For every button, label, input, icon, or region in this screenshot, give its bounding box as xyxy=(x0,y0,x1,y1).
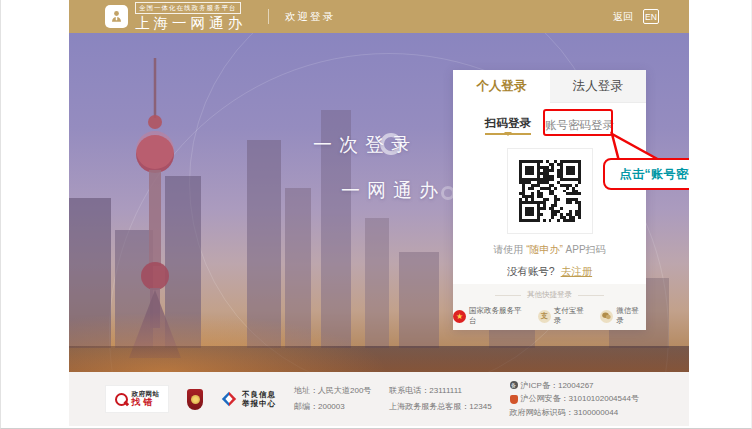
site-logo[interactable]: 全国一体化在线政务服务平台 上海一网通办 xyxy=(105,2,246,31)
hotline-text: 上海政务服务总客服：12345 xyxy=(389,402,491,412)
quick-login-national-platform[interactable]: ★ 国家政务服务平台 xyxy=(453,306,529,326)
report-diamond-icon xyxy=(221,391,237,407)
tab-corporate-login[interactable]: 法人登录 xyxy=(550,70,647,103)
annotation-callout-bubble: 点击“账号密码登入” xyxy=(603,158,689,190)
footer-license-col: 备 沪ICP备：12004267 沪公网安备：31010102004544号 政… xyxy=(510,381,639,418)
national-emblem-icon: ★ xyxy=(453,310,466,323)
address-text: 地址：人民大道200号 xyxy=(294,386,371,396)
warm-glow xyxy=(69,312,389,372)
site-content: 全国一体化在线政务服务平台 上海一网通办 欢迎登录 返回 EN xyxy=(69,0,689,429)
quick-login-alipay[interactable]: 支 支付宝登录 xyxy=(538,306,591,326)
icp-icon: 备 xyxy=(510,381,518,389)
quick-login-label: 微信登录 xyxy=(616,306,646,326)
qr-hint: 请使用 “随申办” APP扫码 xyxy=(453,243,646,257)
register-link[interactable]: 去注册 xyxy=(561,265,593,277)
footer-address-col: 地址：人民大道200号 邮编：200003 xyxy=(294,386,371,411)
magnifier-icon xyxy=(115,393,128,406)
quick-login-title: 其他快捷登录 xyxy=(453,290,646,300)
method-scan-login[interactable]: 扫码登录 xyxy=(485,116,531,135)
platform-badge: 全国一体化在线政务服务平台 xyxy=(135,2,241,14)
register-line: 没有账号? 去注册 xyxy=(453,265,646,279)
quick-login-section: 其他快捷登录 ★ 国家政务服务平台 支 支付宝登录 xyxy=(453,284,646,330)
login-panel: 个人登录 法人登录 扫码登录 账号密码登录 请使用 “随申办” APP扫码 没有… xyxy=(453,70,646,330)
find-error-line2: 找错 xyxy=(132,398,160,408)
tab-personal-login[interactable]: 个人登录 xyxy=(453,70,550,103)
method-password-login[interactable]: 账号密码登录 xyxy=(545,118,614,133)
police-text: 沪公网安备：31010102004544号 xyxy=(521,394,639,404)
browser-page: 全国一体化在线政务服务平台 上海一网通办 欢迎登录 返回 EN xyxy=(0,0,752,429)
login-methods: 扫码登录 账号密码登录 xyxy=(453,116,646,135)
header-divider xyxy=(268,9,269,24)
site-name: 上海一网通办 xyxy=(135,15,246,32)
building-silhouette xyxy=(399,252,439,348)
qr-code xyxy=(507,148,593,234)
report-line1: 不良信息 xyxy=(242,390,276,399)
back-link[interactable]: 返回 xyxy=(613,10,633,24)
site-code-text: 政府网站标识码：3100000044 xyxy=(510,408,619,418)
quick-login-label: 支付宝登录 xyxy=(554,306,591,326)
no-account-text: 没有账号? xyxy=(507,265,555,277)
qr-hint-suffix: APP扫码 xyxy=(566,244,606,255)
quick-login-label: 国家政务服务平台 xyxy=(469,306,529,326)
slogan-line1: 一次登录 xyxy=(313,132,417,158)
icp-text: 沪ICP备：12004267 xyxy=(521,381,594,391)
footer-contact-col: 联系电话：23111111 上海政务服务总客服：12345 xyxy=(389,386,491,411)
alipay-icon: 支 xyxy=(538,310,551,323)
annotation-callout-text: 点击“账号密码登入” xyxy=(620,166,690,183)
hero-banner: 一次登录 一网通办 个人登录 法人登录 扫码登录 账号密码登录 请使用 “随申办… xyxy=(69,33,689,372)
site-title-block: 全国一体化在线政务服务平台 上海一网通办 xyxy=(135,2,246,31)
qr-hint-app-name: “随申办” xyxy=(526,244,563,255)
report-line2: 举报中心 xyxy=(242,399,276,408)
slogan-line2: 一网通办 xyxy=(341,178,445,204)
postcode-text: 邮编：200003 xyxy=(294,402,371,412)
language-toggle-button[interactable]: EN xyxy=(643,9,659,24)
quick-login-wechat[interactable]: 微信登录 xyxy=(600,306,646,326)
police-badge-icon xyxy=(510,395,518,404)
header-right: 返回 EN xyxy=(613,9,659,24)
bad-info-report-badge[interactable]: 不良信息 举报中心 xyxy=(221,390,276,409)
qr-hint-prefix: 请使用 xyxy=(493,244,523,255)
security-shield-badge[interactable] xyxy=(187,389,203,410)
phone-text: 联系电话：23111111 xyxy=(389,386,491,396)
login-tabs: 个人登录 法人登录 xyxy=(453,70,646,103)
gov-site-error-report-badge[interactable]: 政府网站 找错 xyxy=(105,385,169,413)
qr-code-pattern xyxy=(519,160,581,222)
site-footer: 政府网站 找错 不良信息 举报中心 地址：人民大道200号 xyxy=(69,372,689,426)
suishenban-logo-icon xyxy=(105,5,128,28)
shield-emblem-icon xyxy=(191,395,200,404)
quick-login-row: ★ 国家政务服务平台 支 支付宝登录 微信登录 xyxy=(453,306,646,326)
site-header: 全国一体化在线政务服务平台 上海一网通办 欢迎登录 返回 EN xyxy=(69,0,689,33)
welcome-text: 欢迎登录 xyxy=(285,10,335,24)
wechat-icon xyxy=(600,310,613,323)
